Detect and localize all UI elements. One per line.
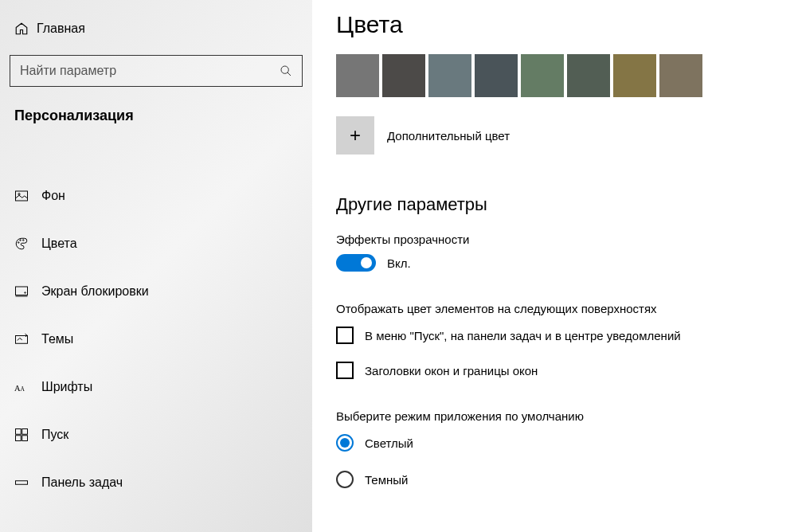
custom-color-label: Дополнительный цвет <box>387 129 510 143</box>
color-swatch[interactable] <box>475 54 518 97</box>
sidebar-item-label: Пуск <box>41 428 68 442</box>
radio-label: Светлый <box>365 436 413 450</box>
sidebar-item-label: Панель задач <box>41 475 123 490</box>
sidebar-item-label: Цвета <box>41 237 77 251</box>
nav-home-label: Главная <box>37 22 85 36</box>
sidebar-item-themes[interactable]: Темы <box>0 315 312 363</box>
sidebar: Главная Найти параметр Персонализация Фо… <box>0 0 312 532</box>
color-swatch[interactable] <box>428 54 471 97</box>
svg-point-4 <box>18 242 20 244</box>
svg-line-1 <box>288 72 291 76</box>
sidebar-item-label: Шрифты <box>41 380 92 394</box>
search-placeholder: Найти параметр <box>20 64 280 78</box>
other-params-heading: Другие параметры <box>336 194 774 215</box>
home-icon <box>14 22 37 36</box>
custom-color-button[interactable]: + Дополнительный цвет <box>336 116 774 155</box>
sidebar-item-label: Фон <box>41 189 65 203</box>
radio-label: Темный <box>365 473 408 487</box>
toggle-knob <box>361 257 372 268</box>
radio-dark[interactable] <box>336 471 354 488</box>
svg-rect-7 <box>16 287 28 295</box>
color-swatch[interactable] <box>659 54 702 97</box>
plus-icon: + <box>336 116 374 155</box>
sidebar-item-start[interactable]: Пуск <box>0 411 312 459</box>
color-swatch[interactable] <box>336 54 379 97</box>
checkbox-titlebars[interactable] <box>336 362 354 379</box>
themes-icon <box>14 332 41 346</box>
svg-point-3 <box>18 194 20 195</box>
svg-rect-17 <box>16 481 28 485</box>
sidebar-item-label: Экран блокировки <box>41 284 149 299</box>
svg-rect-2 <box>16 191 28 201</box>
svg-point-5 <box>20 240 22 241</box>
color-swatch[interactable] <box>521 54 564 97</box>
color-swatch[interactable] <box>382 54 425 97</box>
nav-home[interactable]: Главная <box>0 12 312 45</box>
svg-rect-15 <box>16 436 22 441</box>
svg-point-0 <box>281 66 288 73</box>
transparency-label: Эффекты прозрачности <box>336 233 774 246</box>
color-swatch[interactable] <box>613 54 656 97</box>
color-swatch[interactable] <box>567 54 610 97</box>
sidebar-item-fonts[interactable]: A A Шрифты <box>0 363 312 411</box>
sidebar-item-lockscreen[interactable]: Экран блокировки <box>0 268 312 315</box>
palette-icon <box>14 237 41 251</box>
sidebar-item-background[interactable]: Фон <box>0 172 312 220</box>
color-swatches <box>336 54 774 97</box>
svg-point-6 <box>23 240 25 241</box>
svg-rect-14 <box>22 429 28 435</box>
fonts-icon: A A <box>14 381 41 393</box>
start-icon <box>14 428 41 442</box>
toggle-state: Вкл. <box>387 256 411 270</box>
search-input[interactable]: Найти параметр <box>10 55 303 87</box>
main-content: Цвета + Дополнительный цвет Другие парам… <box>312 0 798 532</box>
svg-point-9 <box>25 292 26 294</box>
svg-rect-13 <box>16 429 22 435</box>
svg-text:A: A <box>21 385 25 393</box>
page-title: Цвета <box>336 11 774 38</box>
picture-icon <box>14 189 41 203</box>
category-header: Персонализация <box>0 108 312 140</box>
search-icon <box>280 65 292 77</box>
radio-light[interactable] <box>336 434 354 452</box>
lockscreen-icon <box>14 284 41 299</box>
checkbox-start-taskbar[interactable] <box>336 327 354 344</box>
accent-surfaces-label: Отображать цвет элементов на следующих п… <box>336 302 774 315</box>
taskbar-icon <box>14 475 41 490</box>
svg-rect-16 <box>22 436 28 441</box>
app-mode-label: Выберите режим приложения по умолчанию <box>336 409 774 423</box>
sidebar-item-taskbar[interactable]: Панель задач <box>0 459 312 507</box>
radio-dot <box>340 438 350 448</box>
checkbox-label: В меню "Пуск", на панели задач и в центр… <box>365 329 681 342</box>
sidebar-item-colors[interactable]: Цвета <box>0 220 312 268</box>
checkbox-label: Заголовки окон и границы окон <box>365 364 538 377</box>
transparency-toggle[interactable] <box>336 254 376 272</box>
sidebar-item-label: Темы <box>41 332 73 346</box>
